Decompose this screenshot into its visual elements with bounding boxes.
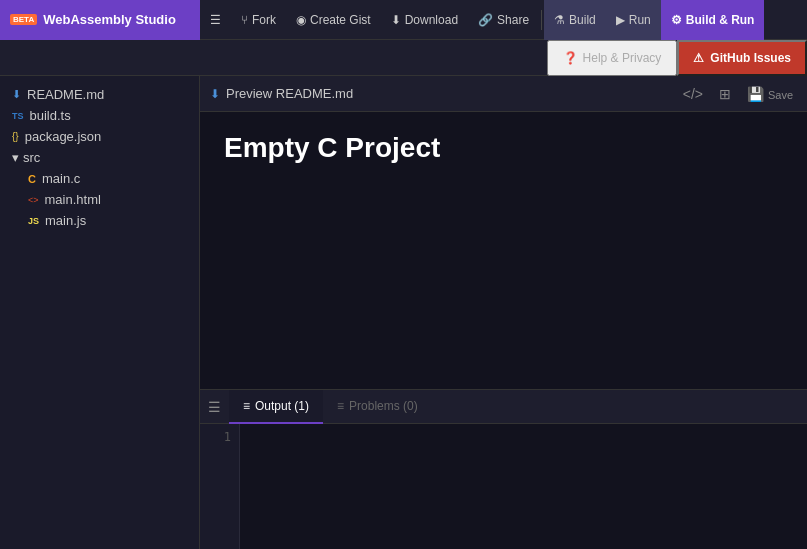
tab-file-icon: ⬇ — [210, 87, 220, 101]
sidebar-item-label: build.ts — [30, 108, 71, 123]
js-icon: JS — [28, 216, 39, 226]
chevron-icon: ▾ — [12, 150, 19, 165]
sidebar-item-packagejson[interactable]: {} package.json — [0, 126, 199, 147]
build-run-icon: ⚙ — [671, 13, 682, 27]
line-number: 1 — [208, 430, 231, 444]
sidebar-item-mainhtml[interactable]: <> main.html — [16, 189, 199, 210]
sidebar-item-mainjs[interactable]: JS main.js — [16, 210, 199, 231]
save-button[interactable]: 💾 Save — [743, 84, 797, 104]
preview-area: Empty C Project — [200, 112, 807, 389]
bottom-tabs: ☰ ≡ Output (1) ≡ Problems (0) — [200, 390, 807, 424]
sidebar-item-mainc[interactable]: C main.c — [16, 168, 199, 189]
sidebar-item-label: package.json — [25, 129, 102, 144]
divider-1 — [541, 10, 542, 30]
tab-label: Preview README.md — [226, 86, 353, 101]
editor-actions: </> ⊞ 💾 Save — [679, 84, 797, 104]
secondary-toolbar: ❓ Help & Privacy ⚠ GitHub Issues — [0, 40, 807, 76]
preview-title: Empty C Project — [224, 132, 783, 164]
c-icon: C — [28, 173, 36, 185]
download-button[interactable]: ⬇ Download — [381, 0, 468, 40]
line-numbers: 1 — [200, 424, 240, 549]
share-icon: 🔗 — [478, 13, 493, 27]
toolbar-actions: ☰ ⑂ Fork ◉ Create Gist ⬇ Download 🔗 Shar… — [200, 0, 807, 40]
run-button[interactable]: ▶ Run — [606, 0, 661, 40]
grid-icon: ⊞ — [719, 86, 731, 102]
alert-icon: ⚠ — [693, 51, 704, 65]
fork-button[interactable]: ⑂ Fork — [231, 0, 286, 40]
sidebar-item-buildts[interactable]: TS build.ts — [0, 105, 199, 126]
bottom-panel: ☰ ≡ Output (1) ≡ Problems (0) 1 — [200, 389, 807, 549]
md-icon: ⬇ — [12, 88, 21, 101]
help-privacy-button[interactable]: ❓ Help & Privacy — [547, 40, 678, 76]
code-view-button[interactable]: </> — [679, 84, 707, 104]
beta-badge: BETA — [10, 14, 37, 25]
build-run-button[interactable]: ⚙ Build & Run — [661, 0, 765, 40]
github-issues-button[interactable]: ⚠ GitHub Issues — [677, 40, 807, 76]
sidebar-item-readme[interactable]: ⬇ README.md — [0, 84, 199, 105]
sidebar-item-label: README.md — [27, 87, 104, 102]
build-button[interactable]: ⚗ Build — [544, 0, 606, 40]
menu-button[interactable]: ☰ — [200, 0, 231, 40]
folder-label: src — [23, 150, 40, 165]
output-list-icon: ≡ — [243, 399, 250, 413]
bottom-menu-button[interactable]: ☰ — [200, 399, 229, 415]
content-area: ⬇ Preview README.md </> ⊞ 💾 Save Empty C… — [200, 76, 807, 549]
fork-icon: ⑂ — [241, 13, 248, 27]
ts-icon: TS — [12, 111, 24, 121]
main-layout: ⬇ README.md TS build.ts {} package.json … — [0, 76, 807, 549]
sidebar-item-label: main.js — [45, 213, 86, 228]
build-icon: ⚗ — [554, 13, 565, 27]
grid-view-button[interactable]: ⊞ — [715, 84, 735, 104]
json-icon: {} — [12, 131, 19, 142]
gist-icon: ◉ — [296, 13, 306, 27]
bottom-content: 1 — [200, 424, 807, 549]
app-title: WebAssembly Studio — [43, 12, 176, 27]
download-icon: ⬇ — [391, 13, 401, 27]
help-icon: ❓ — [563, 51, 578, 65]
sidebar: ⬇ README.md TS build.ts {} package.json … — [0, 76, 200, 549]
problems-list-icon: ≡ — [337, 399, 344, 413]
tab-problems[interactable]: ≡ Problems (0) — [323, 390, 432, 424]
sidebar-item-label: main.html — [45, 192, 101, 207]
html-icon: <> — [28, 195, 39, 205]
run-icon: ▶ — [616, 13, 625, 27]
output-content — [240, 424, 807, 549]
editor-header: ⬇ Preview README.md </> ⊞ 💾 Save — [200, 76, 807, 112]
editor-tab[interactable]: ⬇ Preview README.md — [210, 86, 353, 101]
src-children: C main.c <> main.html JS main.js — [0, 168, 199, 231]
sidebar-item-label: main.c — [42, 171, 80, 186]
code-icon: </> — [683, 86, 703, 102]
bottom-menu-icon: ☰ — [208, 399, 221, 415]
menu-icon: ☰ — [210, 13, 221, 27]
tab-output[interactable]: ≡ Output (1) — [229, 390, 323, 424]
create-gist-button[interactable]: ◉ Create Gist — [286, 0, 381, 40]
main-toolbar: BETA WebAssembly Studio ☰ ⑂ Fork ◉ Creat… — [0, 0, 807, 40]
src-folder[interactable]: ▾ src — [0, 147, 199, 168]
save-icon: 💾 — [747, 86, 764, 102]
share-button[interactable]: 🔗 Share — [468, 0, 539, 40]
logo-area: BETA WebAssembly Studio — [0, 0, 200, 40]
